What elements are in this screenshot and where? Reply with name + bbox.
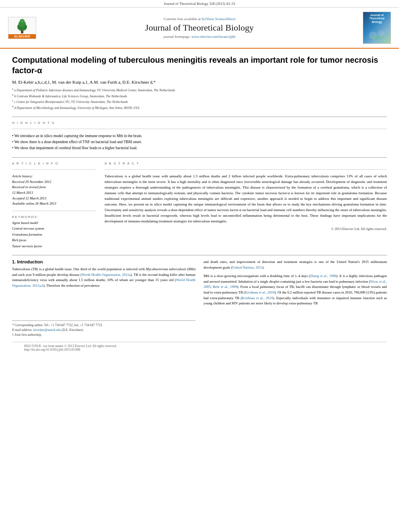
history-label: Article history:	[12, 174, 97, 179]
received-date: Received 29 November 2012	[12, 179, 97, 185]
ref-krishnan2010a[interactable]: Krishnan et al., 2010	[245, 290, 275, 294]
highlights-rule	[12, 129, 387, 129]
highlight-item-1: We introduce an in silico model capturin…	[12, 133, 387, 139]
body-section: 1. Introduction Tuberculosis (TB) is a g…	[12, 259, 387, 338]
abstract-label: A B S T R A C T	[105, 162, 387, 165]
divider-3	[12, 255, 387, 255]
main-content: Computational modeling of tuberculous me…	[0, 49, 399, 359]
article-info-col: A R T I C L E I N F O Article history: R…	[12, 162, 97, 249]
footnote-email: E-mail address: kirschne@umich.edu (D.E.…	[12, 328, 195, 332]
homepage-url[interactable]: www.elsevier.com/locate/yjtbi	[191, 35, 235, 39]
affiliations: a a Department of Pediatric Infectious d…	[12, 87, 387, 111]
ref-who2011a-left[interactable]: World Health Organization, 2011a	[82, 273, 131, 277]
article-info-label: A R T I C L E I N F O	[12, 162, 97, 165]
svg-point-6	[371, 35, 383, 40]
revised-date: 12 March 2013	[12, 190, 97, 196]
elsevier-tree-icon	[12, 19, 32, 34]
footnote-joint: 1 Joint first authorship.	[12, 333, 195, 337]
bottom-bar: 0022-5193/$ - see front matter © 2013 El…	[12, 342, 387, 353]
keyword-4: Rich focus	[12, 237, 97, 243]
footnote-corresponding: * Corresponding author. Tel.: +1 734 647…	[12, 323, 195, 327]
intro-para-3: Mtb is a slow-growing microorganism with…	[204, 273, 387, 306]
journal-homepage: journal homepage: www.elsevier.com/locat…	[36, 35, 363, 39]
keyword-3: Granuloma formation	[12, 232, 97, 237]
authors-line: M. El-Kebir a,b,c,d,1, M. van der Kuip a…	[12, 80, 387, 84]
doi-text: http://dx.doi.org/10.1016/j.jtbi.2013.03…	[24, 348, 375, 351]
cover-journal-label: Journal ofTheoreticalBiology	[369, 14, 384, 24]
affiliation-c: c c Centre for Integrative Bioinformatic…	[12, 99, 387, 105]
journal-center: Contents lists available at SciVerse Sci…	[36, 17, 363, 39]
abstract-text: Tuberculosis is a global health issue wi…	[105, 174, 387, 224]
keywords-section: Keywords: Agent based model Central nerv…	[12, 215, 97, 249]
sciverse-line: Contents lists available at SciVerse Sci…	[36, 17, 363, 21]
abstract-rule	[105, 169, 387, 170]
ref-behr1999[interactable]: Behr et al., 1999	[213, 285, 237, 289]
ref-who2011ab-left[interactable]: World Health Organization, 2011a,b	[12, 278, 195, 288]
keywords-list: Agent based model Central nervous system…	[12, 220, 97, 249]
sciverse-link[interactable]: SciVerse ScienceDirect	[202, 17, 235, 21]
elsevier-logo: ELSEVIER	[8, 17, 36, 39]
highlight-item-3: We show that impairment of cerebral bloo…	[12, 145, 387, 151]
article-history: Article history: Received 29 November 20…	[12, 174, 97, 207]
elsevier-text: ELSEVIER	[8, 34, 36, 39]
journal-title: Journal of Theoretical Biology	[36, 23, 363, 33]
affiliation-d: d d Department of Microbiology and Immun…	[12, 105, 387, 111]
article-info-rule	[12, 169, 97, 170]
footnote-area: * Corresponding author. Tel.: +1 734 647…	[12, 320, 195, 337]
issn-text: 0022-5193/$ - see front matter © 2013 El…	[24, 344, 375, 348]
intro-heading: 1. Introduction	[12, 259, 195, 264]
abstract-copyright: © 2013 Elsevier Ltd. All rights reserved…	[105, 227, 387, 231]
keywords-label: Keywords:	[12, 215, 97, 219]
svg-point-3	[20, 19, 25, 23]
cover-art-icon	[365, 25, 389, 41]
abstract-col: A B S T R A C T Tuberculosis is a global…	[105, 162, 387, 249]
ref-zhang1998[interactable]: Zhang et al., 1998	[310, 274, 336, 278]
available-date: Available online 26 March 2013	[12, 201, 97, 207]
highlight-item-2: We show there is a dose-dependent effect…	[12, 139, 387, 145]
top-bar: Journal of Theoretical Biology 328 (2013…	[0, 0, 399, 8]
keyword-2: Central nervous system	[12, 226, 97, 231]
divider-2	[12, 157, 387, 158]
accepted-date: Accepted 12 March 2013	[12, 196, 97, 201]
intro-para-2: and death rates, and improvement of dete…	[204, 259, 387, 270]
body-col-left: 1. Introduction Tuberculosis (TB) is a g…	[12, 259, 195, 338]
footnotes: * Corresponding author. Tel.: +1 734 647…	[12, 320, 195, 337]
header-left: ELSEVIER	[8, 17, 36, 39]
highlights-label: H I G H L I G H T S	[12, 121, 387, 125]
intro-para-1: Tuberculosis (TB) is a global health iss…	[12, 267, 195, 289]
received-revised-label: Received in revised form	[12, 185, 97, 190]
affiliation-b: b b Centrum Wiskunde & Informatica, Life…	[12, 93, 387, 99]
affiliation-a: a a Department of Pediatric Infectious d…	[12, 87, 387, 93]
article-info-abstract: A R T I C L E I N F O Article history: R…	[12, 162, 387, 249]
ref-krishnan2010b[interactable]: Krishnan et al., 2010	[242, 296, 273, 300]
body-col-right: and death rates, and improvement of dete…	[204, 259, 387, 338]
ref-un2011[interactable]: United Nations, 2011	[232, 265, 262, 269]
article-title: Computational modeling of tuberculous me…	[12, 55, 387, 76]
email-link[interactable]: kirschne@umich.edu	[33, 328, 61, 332]
authors-text: M. El-Kebir a,b,c,d,1, M. van der Kuip a…	[12, 80, 156, 84]
highlights-list: We introduce an in silico model capturin…	[12, 133, 387, 152]
divider-1	[12, 117, 387, 117]
keyword-1: Agent based model	[12, 220, 97, 226]
keywords-rule	[12, 211, 97, 211]
journal-header: ELSEVIER Contents lists available at Sci…	[0, 8, 399, 49]
journal-reference: Journal of Theoretical Biology 328 (2013…	[164, 2, 235, 6]
highlights-section: H I G H L I G H T S We introduce an in s…	[12, 121, 387, 152]
keyword-5: Tumor necrosis factor	[12, 243, 97, 249]
journal-cover-image: Journal ofTheoreticalBiology	[363, 12, 391, 44]
